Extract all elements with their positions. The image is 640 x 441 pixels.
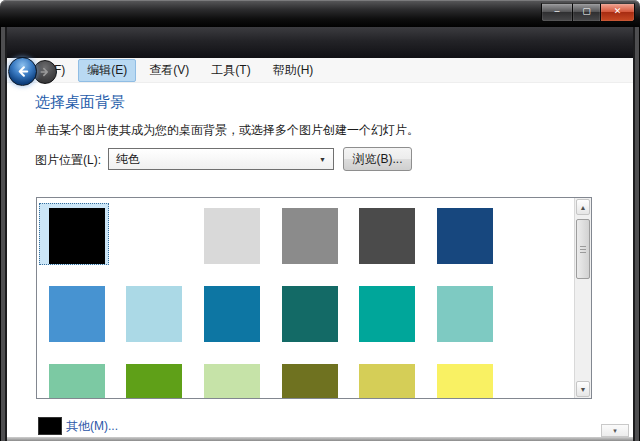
color-swatch[interactable]: [49, 208, 105, 264]
window-frame-right: [633, 27, 640, 441]
color-swatch[interactable]: [437, 286, 493, 342]
color-swatch[interactable]: [282, 208, 338, 264]
desktop-background-window: – ▢ ✕ ▾ « 外观和个性化▸个性化▸桌面背景 ▾: [0, 0, 640, 441]
color-swatch[interactable]: [204, 286, 260, 342]
menu-item[interactable]: 工具(T): [202, 59, 259, 82]
close-button[interactable]: ✕: [600, 3, 635, 22]
color-swatch[interactable]: [359, 286, 415, 342]
picture-position-value: 纯色: [109, 151, 319, 168]
bottom-combo-arrow[interactable]: ▾: [601, 424, 629, 437]
color-swatch[interactable]: [282, 286, 338, 342]
combo-arrow-icon: ▼: [319, 156, 333, 163]
navigation-bar: ▾ « 外观和个性化▸个性化▸桌面背景 ▾: [0, 27, 640, 58]
color-swatch[interactable]: [126, 286, 182, 342]
color-swatch[interactable]: [282, 364, 338, 399]
color-swatch[interactable]: [204, 208, 260, 264]
color-listbox: ▲ ▼: [36, 197, 592, 399]
minimize-button[interactable]: –: [541, 3, 573, 22]
picture-position-label: 图片位置(L):: [35, 152, 101, 169]
menu-item[interactable]: 编辑(E): [78, 59, 136, 82]
color-grid: [37, 198, 574, 398]
scroll-up-button[interactable]: ▲: [576, 199, 590, 215]
color-swatch[interactable]: [204, 364, 260, 399]
menu-bar: 文件(F)编辑(E)查看(V)工具(T)帮助(H): [7, 58, 633, 83]
window-controls: – ▢ ✕: [541, 3, 635, 22]
more-colors-link[interactable]: 其他(M)...: [66, 418, 118, 435]
menu-item[interactable]: 查看(V): [140, 59, 198, 82]
page-description: 单击某个图片使其成为您的桌面背景，或选择多个图片创建一个幻灯片。: [35, 122, 419, 139]
more-color-swatch[interactable]: [38, 417, 62, 435]
browse-button[interactable]: 浏览(B)...: [343, 147, 412, 171]
color-swatch[interactable]: [359, 364, 415, 399]
color-swatch[interactable]: [126, 208, 182, 264]
bottom-divider: [7, 437, 633, 441]
color-swatch[interactable]: [437, 208, 493, 264]
window-frame-left: [0, 27, 7, 441]
color-swatch[interactable]: [437, 364, 493, 399]
back-button[interactable]: [8, 57, 37, 86]
color-swatch[interactable]: [49, 364, 105, 399]
color-swatch[interactable]: [49, 286, 105, 342]
forward-arrow-icon: [39, 66, 51, 78]
back-arrow-icon: [15, 64, 30, 79]
page-title: 选择桌面背景: [35, 93, 125, 112]
picture-position-select[interactable]: 纯色 ▼: [108, 148, 334, 170]
scrollbar-thumb[interactable]: [576, 219, 590, 279]
color-swatch[interactable]: [359, 208, 415, 264]
scroll-down-button[interactable]: ▼: [576, 381, 590, 397]
color-swatch[interactable]: [126, 364, 182, 399]
menu-item[interactable]: 帮助(H): [264, 59, 323, 82]
maximize-button[interactable]: ▢: [573, 3, 600, 22]
scrollbar[interactable]: ▲ ▼: [574, 198, 591, 398]
